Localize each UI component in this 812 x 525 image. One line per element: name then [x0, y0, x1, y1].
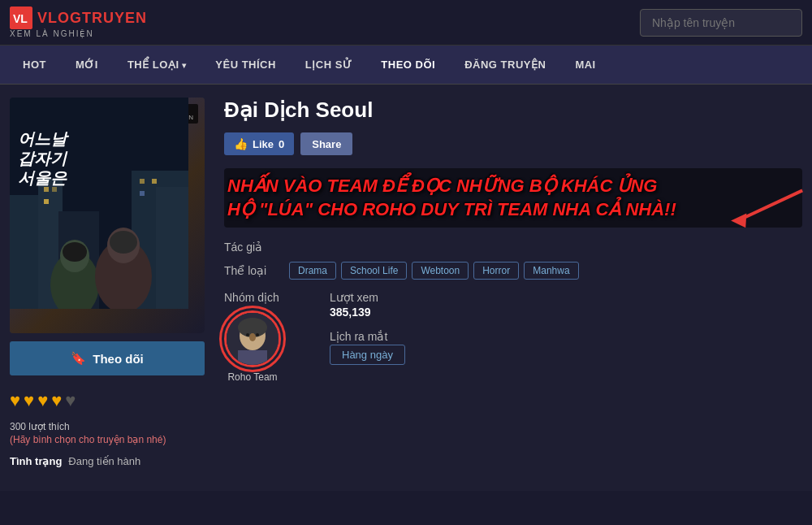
genre-drama[interactable]: Drama	[289, 262, 336, 280]
logo-text-sub: XEM LÀ NGHIỆN	[10, 29, 94, 38]
status-row: Tình trạng Đang tiến hành	[10, 455, 205, 467]
lich-ra-mat-label: Lịch ra mắt	[330, 330, 405, 343]
bookmark-icon: 🔖	[71, 351, 86, 366]
svg-text:VL: VL	[13, 12, 28, 25]
manga-title: Đại Dịch Seoul	[224, 98, 802, 123]
logo-text-main: VLOGTRUYEN	[37, 10, 147, 27]
star-5[interactable]: ♥	[65, 390, 76, 411]
right-panel: Đại Dịch Seoul 👍 Like 0 Share NHẤN VÀO T…	[218, 98, 802, 467]
svg-point-31	[256, 333, 259, 336]
svg-rect-12	[152, 179, 157, 184]
star-2[interactable]: ♥	[24, 390, 34, 411]
tinh-trang-value: Đang tiến hành	[68, 455, 140, 467]
cover-svg: 어느날 갑자기 서울은	[10, 98, 188, 309]
promo-text: NHẤN VÀO TEAM ĐỂ ĐỌC NHỮNG BỘ KHÁC ỦNG H…	[227, 175, 799, 221]
stars-row: ♥ ♥ ♥ ♥ ♥	[10, 384, 205, 418]
thumb-icon: 👍	[234, 137, 248, 150]
luot-xem-value: 385,139	[330, 306, 405, 319]
nav-the-loai[interactable]: THỂ LOẠI	[113, 46, 201, 84]
like-label: Like	[253, 138, 274, 150]
left-panel: ROHOTEAM VLOGTRUYENXEM LÀ NGHIỆN	[10, 98, 205, 467]
action-buttons: 👍 Like 0 Share	[224, 132, 802, 155]
svg-rect-11	[140, 179, 145, 184]
svg-line-23	[740, 174, 802, 236]
main-content: ROHOTEAM VLOGTRUYENXEM LÀ NGHIỆN	[0, 85, 812, 491]
svg-point-29	[249, 333, 256, 341]
stats-section: Lượt xem 385,139 Lịch ra mắt Hàng ngày	[330, 291, 405, 365]
group-avatar[interactable]	[224, 310, 281, 367]
follow-label: Theo dõi	[93, 352, 144, 366]
cover-image: ROHOTEAM VLOGTRUYENXEM LÀ NGHIỆN	[10, 98, 205, 333]
group-avatar-wrapper[interactable]	[224, 310, 281, 367]
nav-theo-doi[interactable]: THEO DÕI	[366, 46, 450, 84]
avatar-svg	[227, 313, 279, 365]
like-button[interactable]: 👍 Like 0	[224, 132, 294, 155]
nav-moi[interactable]: MỚI	[61, 46, 113, 84]
star-1[interactable]: ♥	[10, 390, 20, 411]
group-name: Roho Team	[224, 371, 281, 383]
tac-gia-row: Tác giả	[224, 241, 802, 254]
header: VL VLOGTRUYEN XEM LÀ NGHIỆN	[0, 0, 812, 46]
tinh-trang-label: Tình trạng	[10, 455, 62, 467]
svg-rect-8	[44, 187, 49, 192]
svg-rect-10	[44, 199, 49, 204]
hang-ngay-button[interactable]: Hàng ngày	[330, 345, 405, 365]
like-count: 0	[279, 138, 284, 150]
svg-text:어느날: 어느날	[18, 130, 70, 148]
svg-point-30	[246, 333, 249, 336]
genre-school[interactable]: School Life	[341, 262, 407, 280]
vote-prompt[interactable]: (Hãy bình chọn cho truyện bạn nhé)	[10, 434, 205, 445]
svg-rect-13	[140, 191, 145, 196]
genre-manhwa[interactable]: Manhwa	[524, 262, 578, 280]
genre-tags: Drama School Life Webtoon Horror Manhwa	[289, 262, 579, 280]
svg-rect-3	[10, 195, 42, 309]
star-4[interactable]: ♥	[51, 390, 62, 411]
luot-xem-label: Lượt xem	[330, 291, 405, 304]
tac-gia-label: Tác giả	[224, 241, 281, 254]
group-stats-row: Nhóm dịch	[224, 291, 802, 383]
promo-overlay: NHẤN VÀO TEAM ĐỂ ĐỌC NHỮNG BỘ KHÁC ỦNG H…	[224, 168, 802, 228]
logo[interactable]: VL VLOGTRUYEN XEM LÀ NGHIỆN	[10, 7, 147, 38]
nav-lich-su[interactable]: LỊCH SỬ	[291, 46, 367, 84]
group-avatar-inner	[227, 313, 279, 365]
the-loai-label: Thể loại	[224, 264, 281, 277]
info-section: Tác giả Thể loại Drama School Life Webto…	[224, 241, 802, 280]
svg-rect-9	[52, 187, 57, 192]
nhom-dich-label: Nhóm dịch	[224, 291, 281, 304]
svg-text:갑자기: 갑자기	[18, 150, 68, 167]
genre-horror[interactable]: Horror	[473, 262, 519, 280]
nav-hot[interactable]: HOT	[8, 46, 61, 84]
search-input[interactable]	[640, 9, 802, 37]
lich-ra-mat-block: Lịch ra mắt Hàng ngày	[330, 330, 405, 365]
svg-point-19	[110, 231, 137, 254]
content-area: ROHOTEAM VLOGTRUYENXEM LÀ NGHIỆN	[10, 98, 802, 467]
svg-point-18	[63, 242, 87, 262]
share-button[interactable]: Share	[300, 132, 352, 155]
svg-marker-24	[730, 209, 750, 228]
cover-art: ROHOTEAM VLOGTRUYENXEM LÀ NGHIỆN	[10, 98, 205, 333]
luot-xem-block: Lượt xem 385,139	[330, 291, 405, 319]
nav-yeu-thich[interactable]: YÊU THÍCH	[201, 46, 291, 84]
navigation: HOT MỚI THỂ LOẠI YÊU THÍCH LỊCH SỬ THEO …	[0, 46, 812, 85]
follow-button[interactable]: 🔖 Theo dõi	[10, 341, 205, 375]
the-loai-row: Thể loại Drama School Life Webtoon Horro…	[224, 262, 802, 280]
logo-icon: VL	[10, 7, 32, 29]
vote-count: 300 lượt thích	[10, 421, 205, 432]
nav-mai[interactable]: MAI	[560, 46, 610, 84]
nhom-dich-section: Nhóm dịch	[224, 291, 281, 383]
svg-rect-7	[156, 187, 188, 309]
star-3[interactable]: ♥	[37, 390, 48, 411]
nav-dang-truyen[interactable]: ĐĂNG TRUYỆN	[450, 46, 560, 84]
svg-rect-28	[238, 350, 267, 365]
svg-text:서울은: 서울은	[18, 169, 67, 187]
genre-webtoon[interactable]: Webtoon	[412, 262, 469, 280]
